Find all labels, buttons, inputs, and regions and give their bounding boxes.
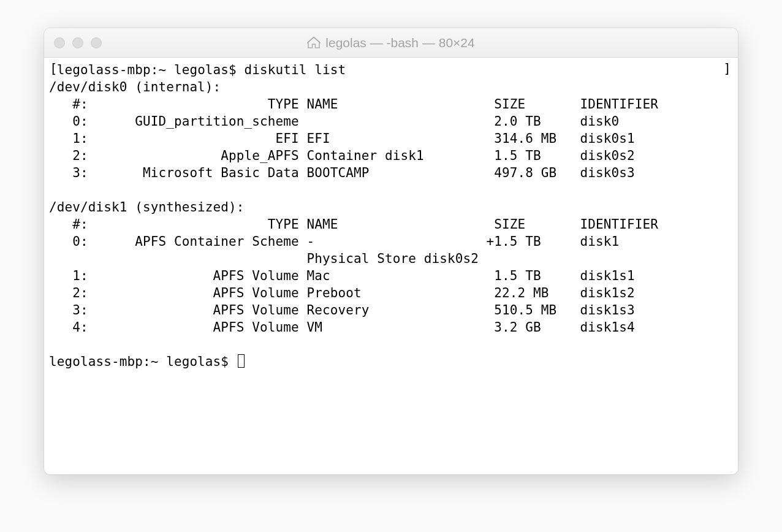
disk1-row: #: TYPE NAME SIZE IDENTIFIER — [49, 217, 658, 232]
prompt-line-2: legolass-mbp:~ legolas$ — [49, 354, 237, 369]
disk1-row: 0: APFS Container Scheme - +1.5 TB disk1 — [49, 234, 619, 249]
disk0-row: 2: Apple_APFS Container disk1 1.5 TB dis… — [49, 148, 635, 163]
disk1-row: 2: APFS Volume Preboot 22.2 MB disk1s2 — [49, 286, 635, 300]
disk1-row: 1: APFS Volume Mac 1.5 TB disk1s1 — [49, 268, 635, 283]
disk0-row: 3: Microsoft Basic Data BOOTCAMP 497.8 G… — [49, 165, 635, 180]
scroll-marker-right: ] — [723, 61, 731, 76]
column-header: #: TYPE NAME SIZE IDENTIFIER — [49, 97, 658, 112]
scroll-marker-left: [ — [50, 61, 58, 76]
minimize-button[interactable] — [72, 37, 83, 48]
cursor — [238, 354, 245, 368]
terminal-content[interactable]: [ ] legolass-mbp:~ legolas$ diskutil lis… — [44, 58, 738, 474]
command-text: diskutil list — [245, 63, 346, 77]
terminal-output[interactable]: legolass-mbp:~ legolas$ diskutil list /d… — [49, 61, 733, 370]
home-icon — [307, 36, 321, 49]
disk0-row: 1: EFI EFI 314.6 MB disk0s1 — [49, 131, 635, 146]
traffic-lights — [44, 37, 102, 48]
disk0-header: /dev/disk0 (internal): — [49, 80, 221, 94]
disk0-row: 0: GUID_partition_scheme 2.0 TB disk0 — [49, 114, 619, 129]
titlebar[interactable]: legolas — -bash — 80×24 — [44, 28, 738, 58]
window-title-area: legolas — -bash — 80×24 — [44, 36, 738, 50]
disk1-row: Physical Store disk0s2 — [49, 251, 479, 266]
close-button[interactable] — [54, 37, 65, 48]
terminal-window: legolas — -bash — 80×24 [ ] legolass-mbp… — [44, 28, 738, 474]
disk1-row: 4: APFS Volume VM 3.2 GB disk1s4 — [49, 320, 635, 335]
prompt-line-1: legolass-mbp:~ legolas$ — [57, 63, 245, 77]
disk1-header: /dev/disk1 (synthesized): — [49, 200, 245, 215]
window-title: legolas — -bash — 80×24 — [325, 36, 474, 50]
zoom-button[interactable] — [91, 37, 102, 48]
disk1-row: 3: APFS Volume Recovery 510.5 MB disk1s3 — [49, 303, 635, 317]
